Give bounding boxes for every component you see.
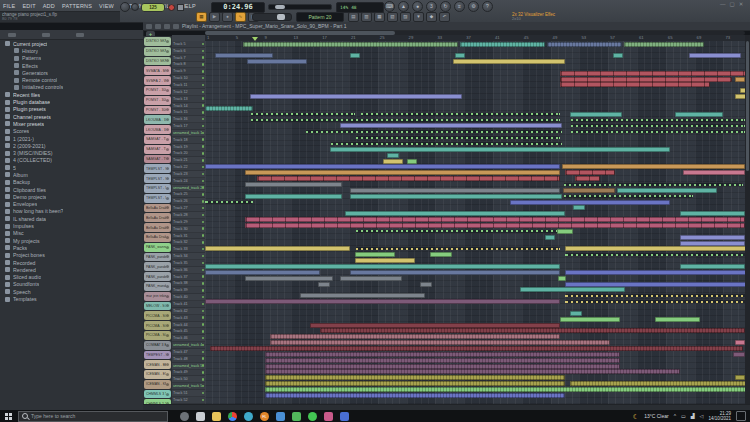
clip[interactable]: ICEMAN - BE MY KEMG 3 (EXT + CUT + DMGBO… (265, 358, 620, 363)
browser-item[interactable]: Mixer presets (0, 120, 143, 127)
chip-mute-icon[interactable] (166, 344, 169, 347)
clip[interactable]: Pattern: Ben Solo (520, 287, 625, 292)
chip-mute-icon[interactable] (166, 265, 169, 268)
track-row[interactable]: Track 19 (172, 144, 205, 151)
picker-chip[interactable]: SAMGAT - TRNGL 3 (144, 155, 171, 164)
chip-mute-icon[interactable] (166, 167, 169, 170)
picker-chip[interactable]: ICEMAN - KRYPTO (144, 380, 171, 389)
track-row[interactable]: unnamed_track 17 (2) (172, 130, 205, 137)
track-row[interactable]: Track 49 (172, 370, 205, 377)
paint-icon[interactable] (324, 412, 333, 421)
browser-item[interactable]: Remote control (0, 76, 143, 83)
main-volume-slider[interactable] (252, 13, 292, 21)
clip[interactable]: Pattern 29 - tease (617, 188, 717, 193)
typing-keyboard-icon[interactable]: ⌨ (384, 1, 395, 12)
clip[interactable]: 34 (383, 159, 403, 164)
chip-mute-icon[interactable] (166, 295, 169, 298)
track-row[interactable]: Track 42 (172, 308, 205, 315)
track-row[interactable]: Track 33 (172, 246, 205, 253)
chip-mute-icon[interactable] (166, 226, 169, 229)
track-row[interactable]: Track 30 (172, 226, 205, 233)
picker-chip[interactable]: TEMPLST - SMOKE 2 (144, 174, 171, 183)
picker-chip[interactable]: SVMFA 2 - WTS (144, 76, 171, 85)
track-row[interactable]: Track 10 (172, 75, 205, 82)
step-edit-icon[interactable]: ≡ (454, 1, 465, 12)
countdown-icon[interactable]: 3 (426, 1, 437, 12)
clip[interactable]: Deadpool Edge - Snare + Mct tease (350, 270, 560, 275)
browser-item[interactable]: Plugin presets (0, 106, 143, 113)
browser-view-icon[interactable] (42, 33, 50, 37)
browser-item[interactable]: IL shared data (0, 215, 143, 222)
chip-mute-icon[interactable] (166, 255, 169, 258)
track-row[interactable]: Track 37 (172, 274, 205, 281)
clip[interactable] (455, 53, 465, 58)
picker-chip[interactable]: COMBAT 3 EPK (144, 341, 171, 350)
display-icon[interactable] (340, 412, 349, 421)
clip[interactable]: COMBAT - COMBINED EDIT OF SNARE (EXT + L… (320, 328, 745, 333)
clip[interactable] (570, 129, 745, 134)
track-row[interactable]: Track 51 (172, 390, 205, 397)
clip[interactable]: MPC_MARIO_90_3 (547, 42, 622, 47)
browser-toggle-icon[interactable]: ▨ (400, 12, 411, 22)
picker-chip[interactable]: PICCMA - SOOM 3 (144, 331, 171, 340)
chip-mute-icon[interactable] (166, 236, 169, 239)
clip[interactable] (735, 77, 745, 82)
battery-icon[interactable]: ▭ (681, 413, 686, 419)
clip[interactable] (350, 53, 360, 58)
picker-chip[interactable]: PANK_wanna b (144, 243, 171, 252)
track-row[interactable]: Track 50 (172, 376, 205, 383)
clip[interactable]: MPC_PYM_Solo (205, 106, 253, 111)
picker-chip[interactable]: BellaAa Drake 3 HYM (144, 213, 171, 222)
picker-chip[interactable]: TEMPLST - SMOKE (144, 164, 171, 173)
track-row[interactable]: unnamed_track 51 (172, 363, 205, 370)
picker-chip[interactable]: MELOW - SODM (144, 302, 171, 311)
clip[interactable] (205, 200, 253, 205)
browser-item[interactable]: 4 (COLLECTED) (0, 157, 143, 164)
clip[interactable]: Pattern 27 (560, 317, 620, 322)
browser-item[interactable]: Speech (0, 288, 143, 295)
chip-mute-icon[interactable] (166, 334, 169, 337)
chip-mute-icon[interactable] (166, 50, 169, 53)
track-row[interactable]: unnamed_track 54 (2) (172, 383, 205, 390)
chip-mute-icon[interactable] (166, 187, 169, 190)
playlist-grid[interactable]: MPC_Super_Mario_Snare_Solo_90_BPMMPC_MAR… (205, 41, 745, 404)
chrome-icon[interactable] (228, 412, 237, 421)
tray-chevron-icon[interactable]: ^ (674, 413, 676, 419)
chip-mute-icon[interactable] (166, 324, 169, 327)
volume-icon[interactable]: ◁ (700, 413, 704, 419)
playlist-icon[interactable]: ▤ (348, 12, 359, 22)
clip[interactable]: 3 | Pattern 23 (300, 293, 425, 298)
wait-input-icon[interactable]: ● (412, 1, 423, 12)
android-icon[interactable] (292, 412, 301, 421)
clip[interactable]: Deadpool Edge Snare - Mct tease (205, 270, 320, 275)
picker-chip[interactable]: POMST - 300 U GAS 3 (144, 106, 171, 115)
clip[interactable] (355, 229, 560, 234)
undo-icon[interactable]: ↶ (439, 12, 450, 22)
browser-item[interactable]: History (0, 47, 143, 54)
channel-rack-icon[interactable]: ▦ (374, 12, 385, 22)
browser-item[interactable]: 5 (0, 164, 143, 171)
browser-item[interactable]: Patterns (0, 55, 143, 62)
maximize-button[interactable]: ▢ (730, 1, 735, 7)
clip[interactable] (305, 129, 562, 134)
clip[interactable]: ICEMAN - BE MY KEMG 4 (EXT + CUT + DMGBO… (265, 364, 620, 369)
clip[interactable]: MPC_Super_Mario_Snare_Solo_90_BPM (243, 42, 458, 47)
clip[interactable]: Pattern 35 - tease 45 - tease 90 (565, 270, 745, 275)
clip[interactable] (250, 112, 355, 117)
whatsapp-icon[interactable] (308, 412, 317, 421)
track-row[interactable]: Track 20 (172, 151, 205, 158)
browser-item[interactable]: Effects (0, 62, 143, 69)
track-row[interactable]: Track 38 (172, 281, 205, 288)
clip[interactable]: Pattern 7 (355, 252, 395, 257)
clip[interactable] (360, 112, 560, 117)
minimize-button[interactable]: — (720, 1, 726, 7)
browser-item[interactable]: 3 (MISC/INDIES) (0, 149, 143, 156)
browser-item[interactable]: Misc (0, 230, 143, 237)
track-row[interactable]: Track 41 (172, 301, 205, 308)
clip[interactable]: ICEMAN - BE MY KEMG 5 (EXT + CUT + DMGBO… (265, 369, 680, 374)
track-row[interactable]: Track 18 (172, 137, 205, 144)
master-volume-knob[interactable] (120, 2, 130, 12)
close-button[interactable]: ✕ (739, 1, 744, 7)
track-row[interactable]: Track 8 (172, 62, 205, 69)
clip[interactable]: Best of 90 BPM Snares (205, 246, 350, 251)
